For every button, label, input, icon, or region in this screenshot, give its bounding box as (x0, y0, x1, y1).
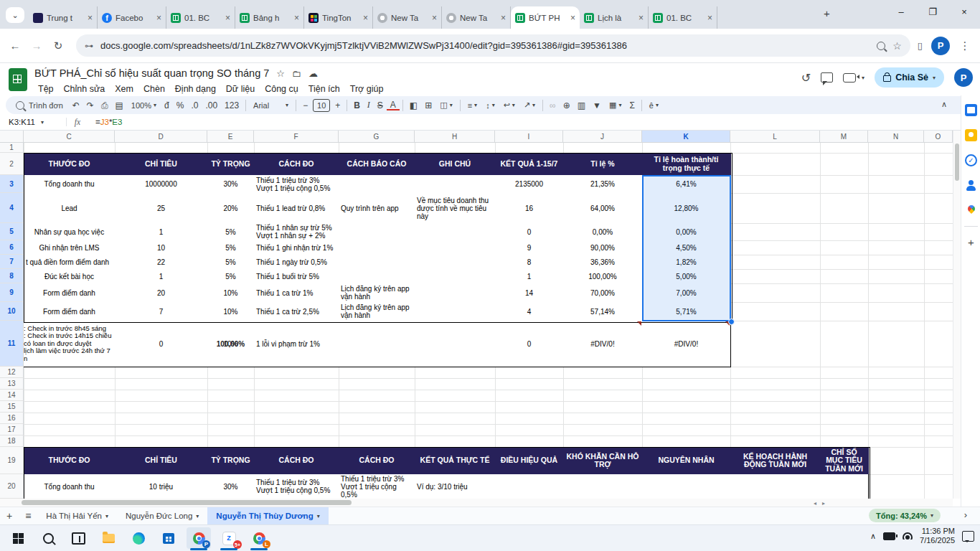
table1-cell-r4[interactable]: Lead (24, 193, 116, 224)
browser-tab[interactable]: Bảng h× (235, 6, 304, 29)
table1-cell-r4[interactable]: Thiếu 1 lead trừ 0,8% (254, 193, 339, 224)
sheet-tabs-scroll-icon[interactable]: › (964, 509, 967, 520)
table2-header-cell[interactable]: NGUYÊN NHÂN (642, 447, 731, 475)
table1-cell-r5[interactable]: 0,00% (642, 223, 731, 241)
table1-cell-r3[interactable]: 30% (207, 175, 255, 194)
browser-tab[interactable]: BỨT PH× (511, 6, 580, 29)
column-header-N[interactable]: N (868, 131, 924, 143)
tab-close-icon[interactable]: × (88, 13, 93, 23)
menu-chèn[interactable]: Chèn (138, 83, 170, 95)
table1-cell-r9[interactable]: 70,00% (563, 283, 643, 303)
column-header-L[interactable]: L (730, 131, 820, 143)
table1-cell-r7[interactable] (339, 255, 415, 270)
table1-header-cell[interactable]: KẾT QUẢ 1-15/7 (495, 153, 564, 176)
sheet-tab-inactive[interactable]: Nguyễn Đức Long▾ (117, 507, 207, 525)
lens-search-icon[interactable] (877, 42, 885, 50)
table2-cell-r20[interactable] (642, 474, 731, 499)
table1-cell-r3[interactable] (339, 175, 415, 194)
start-button[interactable] (6, 527, 30, 549)
insert-comment-icon[interactable]: ⊕ (560, 100, 574, 110)
menu-định-dạng[interactable]: Định dạng (170, 83, 221, 95)
row-header-12[interactable]: 12 (0, 367, 24, 378)
table2-cell-r20[interactable]: 10 triệu (115, 474, 208, 499)
redo-icon[interactable]: ↷ (83, 100, 98, 110)
table1-header-cell[interactable]: TỶ TRỌNG (207, 153, 255, 176)
table1-cell-r11[interactable]: #DIV/0! (563, 321, 643, 367)
window-minimize-button[interactable]: – (885, 0, 917, 23)
select-all-corner[interactable] (0, 131, 24, 143)
browser-tab[interactable]: 01. BC× (649, 6, 717, 29)
table1-cell-r8[interactable] (339, 269, 415, 284)
table1-cell-r11[interactable]: 0 (115, 321, 208, 367)
table2-header-cell[interactable]: KẾ HOẠCH HÀNH ĐỘNG TUẦN MỚI (730, 447, 821, 475)
horizontal-scrollbar[interactable] (0, 499, 953, 507)
table1-cell-r9[interactable]: Lịch đăng ký trên app vận hành (339, 283, 415, 303)
table2-cell-r20[interactable]: 30% (207, 474, 255, 499)
share-caret-icon[interactable]: ▾ (933, 75, 936, 81)
table2-cell-r20[interactable]: Thiếu 1 triệu trừ 3% Vượt 1 triệu cộng 0… (254, 474, 339, 499)
browser-tab[interactable]: New Ta× (373, 6, 442, 29)
table1-header-cell[interactable]: CÁCH BÁO CÁO (339, 153, 415, 176)
increase-decimal-icon[interactable]: .00 (202, 100, 221, 110)
row-header-6[interactable]: 6 (0, 240, 24, 255)
table2-header-cell[interactable]: TỶ TRỌNG (207, 447, 255, 475)
strikethrough-icon[interactable]: S (374, 100, 387, 110)
browser-tab[interactable]: 01. BC× (166, 6, 235, 29)
print-icon[interactable]: ⎙ (98, 100, 112, 110)
table1-cell-r8[interactable]: 1 (115, 269, 208, 284)
share-button[interactable]: Chia Sẻ ▾ (875, 67, 944, 88)
table2-header-cell[interactable]: ĐIỀU HIỆU QUẢ (495, 447, 564, 475)
table1-header-cell[interactable]: THƯỚC ĐO (24, 153, 116, 176)
row-header-7[interactable]: 7 (0, 255, 24, 269)
text-rotation-icon[interactable]: ↗▾ (519, 100, 540, 110)
row-header-14[interactable]: 14 (0, 390, 24, 401)
sheet-tab-caret-icon[interactable]: ▾ (317, 513, 320, 519)
tab-close-icon[interactable]: × (363, 13, 368, 23)
table1-cell-r3[interactable]: 6,41% (642, 175, 731, 194)
table1-cell-r5[interactable] (415, 223, 496, 241)
table1-cell-r11[interactable] (415, 321, 496, 367)
table1-cell-r5[interactable]: 1 (115, 223, 208, 241)
table1-cell-r4[interactable]: Về mục tiêu doanh thu được tính về mục t… (415, 193, 496, 224)
row-header-13[interactable]: 13 (0, 378, 24, 390)
table1-cell-r5[interactable]: 0,00% (563, 223, 643, 241)
table2-header-cell[interactable]: CHỈ TIÊU (115, 447, 208, 475)
row-header-8[interactable]: 8 (0, 269, 24, 283)
chrome-l-button[interactable]: L (247, 527, 271, 549)
functions-icon[interactable]: Σ (626, 100, 638, 110)
menu-công-cụ[interactable]: Công cụ (260, 83, 303, 95)
table1-cell-r9[interactable]: 10% (207, 283, 255, 303)
table1-cell-r9[interactable] (415, 283, 496, 303)
table1-cell-r4[interactable]: 25 (115, 193, 208, 224)
selection-fill-handle[interactable] (728, 319, 735, 325)
table1-cell-r8[interactable]: 5,00% (642, 269, 731, 284)
move-folder-icon[interactable]: 🗀 (292, 68, 301, 79)
new-tab-button[interactable]: + (824, 7, 830, 19)
table2-header-cell[interactable]: THƯỚC ĐO (24, 447, 116, 475)
battery-icon[interactable] (883, 532, 895, 540)
table2-header-cell[interactable]: CÁCH ĐO (254, 447, 339, 475)
task-view-button[interactable] (66, 527, 90, 549)
tab-close-icon[interactable]: × (294, 13, 299, 23)
edge-button[interactable] (126, 527, 151, 549)
font-size-box[interactable]: 10 (313, 99, 330, 112)
tasks-icon[interactable]: ✓ (965, 154, 977, 166)
table1-cell-r8[interactable] (415, 269, 496, 284)
insert-chart-icon[interactable]: ▥ (574, 100, 589, 110)
table1-cell-r3[interactable] (415, 175, 496, 194)
font-select[interactable]: Arial▾ (249, 101, 293, 110)
sheets-logo-icon[interactable] (9, 68, 27, 91)
paint-format-icon[interactable]: ▤ (112, 100, 127, 110)
column-header-J[interactable]: J (563, 131, 642, 143)
all-sheets-icon[interactable]: ≡ (19, 510, 37, 522)
toolbar-search[interactable]: Trình đơn (10, 101, 69, 110)
table1-cell-r6[interactable] (339, 240, 415, 255)
column-header-F[interactable]: F (254, 131, 339, 143)
menu-tiện-ích[interactable]: Tiện ích (303, 83, 345, 95)
table1-cell-r7[interactable]: t quả điền form điểm danh (24, 255, 116, 270)
table1-cell-r6[interactable]: 9 (495, 240, 564, 255)
table1-cell-r7[interactable]: Thiếu 1 ngày trừ 0,5% (254, 255, 339, 270)
row-header-9[interactable]: 9 (0, 283, 24, 302)
browser-tab[interactable]: fFacebo× (98, 6, 166, 29)
table1-cell-r8[interactable]: 5% (207, 269, 255, 284)
